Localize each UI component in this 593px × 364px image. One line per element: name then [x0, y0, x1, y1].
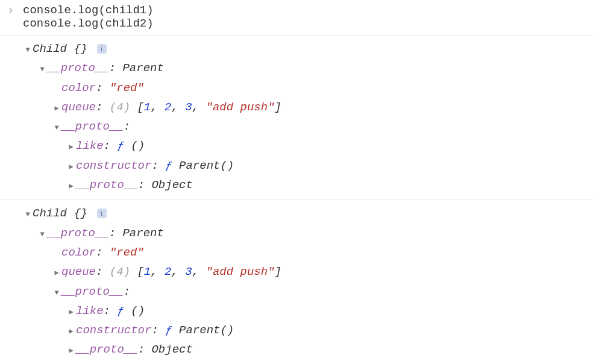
proto-value: Object: [151, 343, 192, 356]
queue-item: 2: [165, 265, 171, 278]
tree-row[interactable]: ▼__proto__:: [0, 282, 593, 301]
info-icon[interactable]: i: [97, 44, 107, 54]
prompt-icon: ›: [0, 4, 23, 17]
prop-key-queue: queue: [61, 265, 96, 278]
queue-item: 2: [165, 101, 171, 114]
tree-row[interactable]: ▼__proto__: Parent: [0, 58, 593, 78]
queue-item: 3: [185, 101, 192, 114]
queue-item: ,: [151, 101, 165, 114]
chevron-right-icon[interactable]: ▶: [66, 180, 76, 192]
colon: :: [124, 120, 130, 133]
object-class-name: Child: [33, 207, 67, 220]
input-code-line-1: console.log(child1): [23, 4, 154, 17]
proto-key: __proto__: [61, 120, 124, 133]
constructor-name: Parent(): [172, 159, 234, 172]
info-icon[interactable]: i: [97, 209, 107, 218]
queue-item: ,: [151, 265, 165, 278]
queue-item: "add push": [206, 265, 275, 278]
chevron-down-icon[interactable]: ▼: [52, 287, 61, 299]
proto-value: Object: [151, 178, 192, 192]
chevron-right-icon[interactable]: ▶: [52, 102, 61, 115]
queue-item: 3: [185, 265, 192, 278]
console-panel: › console.log(child1) console.log(child2…: [0, 0, 593, 364]
tree-row[interactable]: ▶constructor: ƒ Parent(): [0, 321, 593, 340]
proto-key: __proto__: [47, 227, 109, 240]
chevron-right-icon[interactable]: ▶: [66, 306, 76, 318]
proto-key: __proto__: [76, 178, 138, 192]
proto-key: __proto__: [61, 285, 124, 298]
queue-item: 1: [144, 101, 151, 114]
console-input-block: › console.log(child1) console.log(child2…: [0, 0, 593, 36]
bracket-close: ]: [275, 265, 281, 278]
object-braces: {}: [67, 207, 87, 220]
function-parens: (): [124, 139, 145, 152]
colon: :: [96, 81, 110, 95]
chevron-down-icon[interactable]: ▼: [37, 63, 47, 75]
colon: :: [151, 159, 165, 172]
prop-key-queue: queue: [61, 101, 96, 114]
tree-row: color: "red": [0, 243, 593, 262]
queue-item: ,: [171, 101, 185, 114]
tree-row: color: "red": [0, 78, 593, 98]
prop-key-constructor: constructor: [76, 159, 151, 172]
colon: :: [96, 265, 110, 278]
tree-row[interactable]: ▶__proto__: Object: [0, 340, 593, 359]
tree-row[interactable]: ▼Child {} i: [0, 39, 593, 58]
colon: :: [104, 304, 118, 318]
function-parens: (): [124, 304, 145, 318]
tree-row[interactable]: ▼__proto__: Parent: [0, 224, 593, 243]
tree-row[interactable]: ▶__proto__: Object: [0, 175, 593, 195]
bracket-open: [: [130, 265, 144, 278]
proto-key: __proto__: [47, 61, 109, 75]
function-f-icon: ƒ: [117, 139, 124, 152]
prop-val-color: "red": [110, 81, 144, 95]
colon: :: [109, 227, 123, 240]
console-results: ▼Child {} i▼__proto__: Parentcolor: "red…: [0, 36, 593, 364]
tree-row[interactable]: ▶like: ƒ (): [0, 301, 593, 321]
colon: :: [138, 178, 152, 192]
chevron-right-icon[interactable]: ▶: [66, 345, 76, 357]
proto-value: Parent: [122, 61, 163, 75]
chevron-down-icon[interactable]: ▼: [37, 228, 47, 240]
colon: :: [104, 139, 118, 152]
function-f-icon: ƒ: [165, 159, 172, 172]
prop-key-color: color: [61, 246, 96, 259]
chevron-right-icon[interactable]: ▶: [66, 141, 76, 153]
colon: :: [124, 285, 130, 298]
constructor-name: Parent(): [172, 324, 234, 337]
chevron-right-icon[interactable]: ▶: [52, 267, 61, 279]
tree-row[interactable]: ▼__proto__:: [0, 117, 593, 136]
colon: :: [96, 246, 110, 259]
prop-key-constructor: constructor: [76, 324, 151, 337]
chevron-down-icon[interactable]: ▼: [23, 209, 33, 221]
queue-item: "add push": [206, 101, 275, 114]
tree-row[interactable]: ▶queue: (4) [1, 2, 3, "add push"]: [0, 98, 593, 117]
queue-item: ,: [192, 101, 206, 114]
tree-row[interactable]: ▶like: ƒ (): [0, 136, 593, 155]
queue-item: ,: [171, 265, 185, 278]
console-input-line: console.log(child2): [0, 17, 593, 30]
chevron-right-icon[interactable]: ▶: [66, 325, 76, 337]
proto-key: __proto__: [76, 343, 138, 356]
console-input-line: › console.log(child1): [0, 4, 593, 17]
colon: :: [138, 343, 152, 356]
tree-row[interactable]: ▼Child {} i: [0, 204, 593, 223]
object-braces: {}: [67, 42, 87, 55]
colon: :: [151, 324, 165, 337]
queue-item: 1: [144, 265, 151, 278]
queue-length: (4): [110, 265, 130, 278]
chevron-right-icon[interactable]: ▶: [66, 161, 76, 173]
prop-key-like: like: [76, 139, 104, 152]
object-class-name: Child: [33, 42, 67, 55]
prop-val-color: "red": [110, 246, 144, 259]
tree-row[interactable]: ▶constructor: ƒ Parent(): [0, 156, 593, 175]
colon: :: [109, 61, 123, 75]
chevron-down-icon[interactable]: ▼: [52, 122, 61, 134]
tree-row[interactable]: ▶queue: (4) [1, 2, 3, "add push"]: [0, 262, 593, 281]
function-f-icon: ƒ: [117, 304, 124, 318]
queue-item: ,: [192, 265, 206, 278]
colon: :: [96, 101, 110, 114]
console-output-object: ▼Child {} i▼__proto__: Parentcolor: "red…: [0, 200, 593, 364]
bracket-open: [: [130, 101, 144, 114]
chevron-down-icon[interactable]: ▼: [23, 44, 33, 56]
